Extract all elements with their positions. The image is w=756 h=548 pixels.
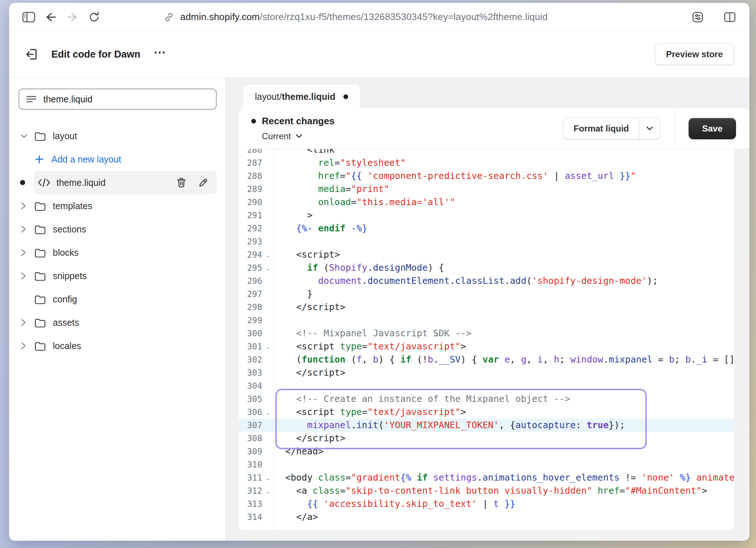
- line-number: 310: [239, 458, 262, 471]
- split-view-icon[interactable]: [722, 9, 738, 25]
- line-number: 288: [239, 169, 262, 183]
- url-path: /store/rzq1xu-f5/themes/132683530345?key…: [260, 11, 548, 22]
- code-line[interactable]: 313 {{ 'accessibility.skip_to_text' | t …: [239, 497, 734, 510]
- code-line[interactable]: 288 href="{{ 'component-predictive-searc…: [239, 169, 734, 183]
- line-number: 306: [239, 406, 262, 419]
- code-line[interactable]: 314 </a>: [239, 510, 734, 524]
- code-line[interactable]: 294⌄ <script>: [239, 248, 734, 261]
- line-number: 304: [239, 379, 262, 392]
- line-number: 290: [239, 196, 262, 209]
- file-tree: layoutAdd a new layouttheme.liquidtempla…: [19, 124, 217, 357]
- tab-dir: layout/: [255, 91, 282, 102]
- code-line[interactable]: 293: [239, 235, 734, 248]
- code-line[interactable]: 298 </script>: [239, 301, 734, 314]
- code-line[interactable]: 304: [239, 379, 734, 392]
- chevron-right-icon[interactable]: [19, 201, 34, 211]
- code-line[interactable]: 289 media="print": [239, 183, 734, 196]
- more-actions-button[interactable]: ⋯: [154, 46, 167, 63]
- sidebar-folder-sections[interactable]: sections: [19, 218, 217, 241]
- sidebar-folder-locales[interactable]: locales: [19, 334, 217, 357]
- chevron-right-icon[interactable]: [19, 248, 34, 257]
- code-line[interactable]: 287 rel="stylesheet": [239, 156, 734, 169]
- sidebar-folder-snippets[interactable]: snippets: [19, 264, 217, 287]
- line-number: 312: [239, 484, 262, 497]
- chevron-down-icon: [646, 126, 653, 131]
- code-line[interactable]: 312⌄ <a class="skip-to-content-link butt…: [239, 484, 734, 497]
- code-line[interactable]: 302 (function (f, b) { if (!b.__SV) { va…: [239, 353, 734, 366]
- fold-chevron-icon[interactable]: ⌄: [262, 340, 274, 353]
- line-number: 294: [239, 248, 262, 261]
- save-button[interactable]: Save: [689, 118, 736, 139]
- file-search-box[interactable]: [19, 89, 217, 110]
- code-line[interactable]: 309 </head>: [239, 445, 734, 458]
- format-liquid-caret[interactable]: [639, 118, 660, 139]
- address-bar[interactable]: admin.shopify.com/store/rzq1xu-f5/themes…: [164, 11, 548, 23]
- fold-chevron-icon[interactable]: ⌄: [262, 261, 274, 274]
- chevron-down-icon[interactable]: [19, 132, 34, 140]
- line-number: 308: [239, 432, 262, 445]
- page-settings-icon[interactable]: [690, 9, 706, 25]
- chevron-right-icon[interactable]: [19, 341, 34, 351]
- line-number: 305: [239, 392, 262, 406]
- chevron-right-icon[interactable]: [19, 224, 34, 234]
- code-line[interactable]: 290 onload="this.media='all'": [239, 196, 734, 209]
- tab-bar: layout/theme.liquid: [226, 78, 749, 108]
- reload-icon[interactable]: [86, 9, 102, 25]
- line-number: 311: [239, 471, 262, 484]
- sidebar-folder-templates[interactable]: templates: [19, 194, 217, 218]
- version-dropdown[interactable]: Current: [262, 131, 334, 141]
- code-line[interactable]: 292 {%- endif -%}: [239, 222, 734, 235]
- code-file-icon: [38, 177, 51, 188]
- line-number: 295: [239, 261, 262, 274]
- fold-chevron-icon[interactable]: ⌄: [262, 484, 274, 497]
- delete-file-icon[interactable]: [176, 177, 187, 188]
- code-line[interactable]: 291 >: [239, 209, 734, 222]
- code-line[interactable]: 297 }: [239, 287, 734, 301]
- code-line[interactable]: 311⌄ <body class="gradient{% if settings…: [239, 471, 734, 484]
- code-line[interactable]: 286 <link: [239, 149, 734, 156]
- sidebar-add-new-layout[interactable]: Add a new layout: [19, 148, 217, 171]
- sidebar-folder-layout[interactable]: layout: [19, 124, 217, 148]
- exit-icon[interactable]: [24, 47, 38, 61]
- line-number: 286: [239, 149, 262, 156]
- file-pill[interactable]: theme.liquid: [34, 171, 217, 194]
- chevron-right-icon[interactable]: [19, 318, 34, 327]
- fold-chevron-icon: [262, 497, 274, 510]
- code-line[interactable]: 308 </script>: [239, 432, 734, 445]
- app-header: Edit code for Dawn ⋯ Preview store: [9, 31, 749, 78]
- code-line[interactable]: 307 mixpanel.init('YOUR_MIXPANEL_TOKEN',…: [239, 419, 734, 432]
- line-number: 314: [239, 510, 262, 524]
- code-line[interactable]: 295⌄ if (Shopify.designMode) {: [239, 261, 734, 274]
- tab-layout-theme-liquid[interactable]: layout/theme.liquid: [243, 85, 360, 108]
- fold-chevron-icon[interactable]: ⌄: [262, 406, 274, 419]
- fold-chevron-icon[interactable]: ⌄: [262, 471, 274, 484]
- sidebar-folder-config[interactable]: config: [19, 287, 217, 311]
- code-editor[interactable]: 286 <link287 rel="stylesheet"288 href="{…: [239, 149, 734, 530]
- fold-chevron-icon[interactable]: ⌄: [262, 248, 274, 261]
- code-line[interactable]: 310: [239, 458, 734, 471]
- code-line[interactable]: 303 </script>: [239, 366, 734, 379]
- file-sidebar: layoutAdd a new layouttheme.liquidtempla…: [9, 78, 226, 541]
- sidebar-toggle-icon[interactable]: [21, 9, 37, 25]
- code-line[interactable]: 300 <!-- Mixpanel Javascript SDK -->: [239, 327, 734, 340]
- browser-window: admin.shopify.com/store/rzq1xu-f5/themes…: [9, 3, 749, 541]
- code-line[interactable]: 305 <!-- Create an instance of the Mixpa…: [239, 392, 734, 406]
- rename-file-icon[interactable]: [198, 177, 209, 188]
- format-liquid-button[interactable]: Format liquid: [563, 118, 660, 140]
- code-line[interactable]: 299: [239, 314, 734, 327]
- gutter-divider: [274, 149, 274, 530]
- fold-chevron-icon: [262, 287, 274, 301]
- code-line[interactable]: 301⌄ <script type="text/javascript">: [239, 340, 734, 353]
- chevron-right-icon[interactable]: [19, 271, 34, 281]
- sidebar-folder-assets[interactable]: assets: [19, 311, 217, 334]
- code-lines: 286 <link287 rel="stylesheet"288 href="{…: [239, 149, 734, 524]
- sidebar-file-theme.liquid[interactable]: theme.liquid: [19, 171, 217, 194]
- fold-chevron-icon: [262, 432, 274, 445]
- back-icon[interactable]: [43, 9, 59, 25]
- code-line[interactable]: 296 document.documentElement.classList.a…: [239, 274, 734, 287]
- search-input[interactable]: [43, 94, 209, 105]
- changes-dot: [251, 119, 256, 124]
- code-line[interactable]: 306⌄ <script type="text/javascript">: [239, 406, 734, 419]
- preview-store-button[interactable]: Preview store: [655, 43, 734, 65]
- sidebar-folder-blocks[interactable]: blocks: [19, 241, 217, 264]
